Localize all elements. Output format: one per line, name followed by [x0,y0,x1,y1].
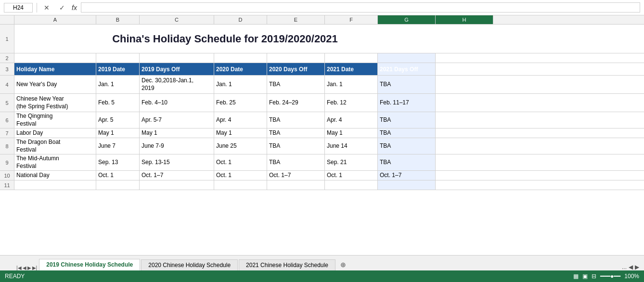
last-tab-arrow[interactable]: ▶| [32,265,38,270]
sheet-tab[interactable]: 2021 Chinese Holiday Schedule [239,259,335,270]
cell-7c[interactable]: May 1 [96,128,140,138]
cell-8h[interactable]: TBA [378,138,436,154]
cell-7h[interactable]: TBA [378,128,436,138]
cell-11f[interactable] [267,180,325,190]
cell-2d[interactable] [140,53,214,63]
sheet-tabs-bar: |◀ ◀ ▶ ▶| 2019 Chinese Holiday Schedule2… [0,255,644,270]
cell-10e[interactable]: Oct. 1 [214,171,267,180]
cancel-icon[interactable]: ✕ [41,2,52,13]
view-layout-icon[interactable]: ▣ [582,273,588,280]
cell-6e[interactable]: Apr. 4 [214,112,267,128]
next-tab-arrow[interactable]: ▶ [27,265,31,270]
cell-7b[interactable]: Labor Day [14,128,96,138]
add-sheet-button[interactable]: ⊕ [336,259,350,270]
col-header-h[interactable]: H [436,15,493,24]
cell-5c[interactable]: Feb. 5 [96,94,140,112]
cell-11b[interactable] [14,180,96,190]
header-2019-date: 2019 Date [96,63,140,75]
prev-tab-arrow[interactable]: ◀ [23,265,26,270]
header-2021-date: 2021 Date [325,63,378,75]
col-header-b[interactable]: B [96,15,140,24]
col-header-e[interactable]: E [267,15,325,24]
confirm-icon[interactable]: ✓ [56,2,68,13]
row-num-8: 8 [0,138,14,154]
col-header-f[interactable]: F [325,15,378,24]
cell-4h[interactable]: TBA [378,76,436,93]
col-header-a[interactable]: A [14,15,96,24]
view-normal-icon[interactable]: ▦ [573,273,579,280]
scroll-left-btn[interactable]: ◀ [629,264,633,270]
cell-4g[interactable]: Jan. 1 [325,76,378,93]
cell-2e[interactable] [214,53,267,63]
cell-7e[interactable]: May 1 [214,128,267,138]
row-11: 11 [0,180,644,190]
col-header-d[interactable]: D [214,15,267,24]
cell-2c[interactable] [96,53,140,63]
cell-11h[interactable] [378,180,436,190]
cell-11g[interactable] [325,180,378,190]
cell-5e[interactable]: Feb. 25 [214,94,267,112]
cell-8g[interactable]: June 14 [325,138,378,154]
cell-11d[interactable] [140,180,214,190]
formula-input[interactable] [81,2,640,13]
cell-8e[interactable]: June 25 [214,138,267,154]
cell-9f[interactable]: TBA [267,154,325,170]
cell-5h[interactable]: Feb. 11–17 [378,94,436,112]
cell-6d[interactable]: Apr. 5-7 [140,112,214,128]
cell-10f[interactable]: Oct. 1–7 [267,171,325,180]
cell-9d[interactable]: Sep. 13-15 [140,154,214,170]
view-page-break-icon[interactable]: ⊟ [592,273,596,280]
cell-4f[interactable]: TBA [267,76,325,93]
title-cell: China's Holiday Schedule for 2019/2020/2… [14,25,436,53]
cell-2g[interactable] [325,53,378,63]
cell-2b[interactable] [14,53,96,63]
cell-2f[interactable] [267,53,325,63]
cell-5b[interactable]: Chinese New Year (the Spring Festival) [14,94,96,112]
cell-8d[interactable]: June 7-9 [140,138,214,154]
cell-4c[interactable]: Jan. 1 [96,76,140,93]
sheet-tab[interactable]: 2019 Chinese Holiday Schedule [39,259,140,270]
cell-9g[interactable]: Sep. 21 [325,154,378,170]
first-tab-arrow[interactable]: |◀ [16,265,22,270]
cell-10d[interactable]: Oct. 1–7 [140,171,214,180]
cell-10g[interactable]: Oct. 1 [325,171,378,180]
cell-8f[interactable]: TBA [267,138,325,154]
cell-10h[interactable]: Oct. 1–7 [378,171,436,180]
cell-6f[interactable]: TBA [267,112,325,128]
cell-6g[interactable]: Apr. 4 [325,112,378,128]
cell-7d[interactable]: May 1 [140,128,214,138]
cell-9e[interactable]: Oct. 1 [214,154,267,170]
cell-10b[interactable]: National Day [14,171,96,180]
cell-9b[interactable]: The Mid-Autumn Festival [14,154,96,170]
cell-2h[interactable] [378,53,436,63]
zoom-slider[interactable]: ━━━●━━ [600,273,620,280]
cell-4d[interactable]: Dec. 30,2018-Jan.1, 2019 [140,76,214,93]
cell-7g[interactable]: May 1 [325,128,378,138]
col-header-g[interactable]: G [378,15,436,24]
cell-5d[interactable]: Feb. 4–10 [140,94,214,112]
cell-7f[interactable]: TBA [267,128,325,138]
scroll-right-btn[interactable]: ▶ [635,264,639,270]
cell-10c[interactable]: Oct. 1 [96,171,140,180]
cell-6b[interactable]: The Qingming Festival [14,112,96,128]
cell-8c[interactable]: June 7 [96,138,140,154]
cell-4b[interactable]: New Year's Day [14,76,96,93]
cell-8b[interactable]: The Dragon Boat Festival [14,138,96,154]
tab-navigation: |◀ ◀ ▶ ▶| [14,265,39,270]
sheet-tab[interactable]: 2020 Chinese Holiday Schedule [141,259,238,270]
cell-4e[interactable]: Jan. 1 [214,76,267,93]
cell-5g[interactable]: Feb. 12 [325,94,378,112]
col-header-c[interactable]: C [140,15,214,24]
cell-9h[interactable]: TBA [378,154,436,170]
cell-11e[interactable] [214,180,267,190]
cell-5f[interactable]: Feb. 24–29 [267,94,325,112]
cell-11c[interactable] [96,180,140,190]
cell-reference[interactable]: H24 [4,3,33,13]
row-num-7: 7 [0,128,14,138]
cell-9c[interactable]: Sep. 13 [96,154,140,170]
table-row: 7Labor DayMay 1May 1May 1TBAMay 1TBA [0,128,644,138]
zoom-level: 100% [624,273,639,280]
cell-6h[interactable]: TBA [378,112,436,128]
status-bar: READY ▦ ▣ ⊟ ━━━●━━ 100% [0,270,644,282]
cell-6c[interactable]: Apr. 5 [96,112,140,128]
